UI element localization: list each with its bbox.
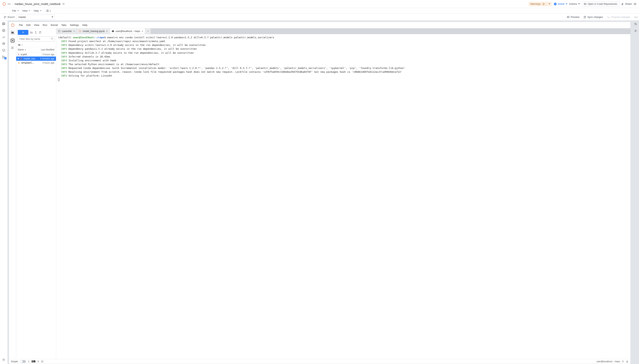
new-folder-icon[interactable] [30,31,33,34]
svg-point-19 [636,17,636,17]
tab[interactable]: model_training.ipynb× [77,28,110,34]
propose-icon [607,16,610,18]
tab[interactable]: user@localhost: ~/repo× [110,28,145,34]
chevron-down-icon [548,4,550,4]
simple-mode-label: Simple [11,360,18,363]
jmenu-view[interactable]: View [32,23,41,27]
jmenu-settings[interactable]: Settings [68,23,80,27]
jrail-toc-icon[interactable] [11,46,14,49]
jmenu-kernel[interactable]: Kernel [49,23,60,27]
jrail-running-icon[interactable] [11,39,14,42]
search-icon [51,37,53,40]
panel-count-indicator[interactable]: 1 [46,9,51,12]
file-modified-time: 3 hours ago [42,53,54,56]
rail-chart-icon[interactable] [2,36,5,39]
svg-point-31 [11,48,12,48]
status-right-zero: 0 [622,360,624,363]
warnings-button[interactable]: Warnings 1 [528,2,552,6]
svg-point-16 [608,16,608,17]
rail-package-icon[interactable] [2,29,5,32]
file-modified-time: 3 hours ago [42,62,54,64]
rail-table-icon[interactable] [2,22,5,25]
rail-cube-icon[interactable] [2,42,5,45]
col-modified-header[interactable]: Last Modified [40,47,56,52]
tab-bar: Launcher×model_training.ipynb×user@local… [56,28,630,34]
branch-value: master [18,16,26,18]
tab-close-icon[interactable]: × [142,30,143,32]
menu-view[interactable]: View [21,9,32,12]
svg-point-5 [623,3,624,4]
status-box-icon [41,360,44,363]
chevron-down-icon [566,4,567,4]
more-menu-icon[interactable] [634,2,637,6]
app-logo-icon [2,2,6,6]
warnings-label: Warnings [530,2,540,5]
col-name-header[interactable]: Name [16,47,40,52]
jupyter-logo-icon [11,23,15,27]
tab-close-icon[interactable]: × [106,30,108,32]
preview-button[interactable]: Preview [566,15,580,19]
svg-point-29 [12,26,13,27]
bell-icon[interactable] [626,360,628,363]
svg-point-11 [4,16,5,16]
refresh-icon[interactable] [39,31,42,34]
file-row[interactable]: model_trai...4 minutes ago [16,56,56,61]
svg-point-42 [42,361,42,362]
open-in-code-repositories-button[interactable]: Open in Code Repositories [582,1,620,6]
terminal-output[interactable]: (default) user@localhost:~/repo$ maestro… [56,34,630,359]
jmenu-help[interactable]: Help [81,23,89,27]
rrail-sliders-icon[interactable] [634,22,637,26]
jmenu-file[interactable]: File [17,23,24,27]
actions-button[interactable]: Actions [569,2,580,5]
jmenu-tabs[interactable]: Tabs [60,23,68,27]
upload-icon[interactable] [34,31,37,34]
svg-rect-35 [21,58,22,59]
main-area: File Edit View Run Kernel Tabs Settings … [0,20,639,364]
file-row[interactable]: templateC...3 hours ago [16,61,56,65]
panels-icon [46,10,49,12]
jmenu-run[interactable]: Run [41,23,49,27]
right-activity-rail [632,20,639,364]
breadcrumb-separator-icon: › [12,2,13,5]
svg-rect-9 [46,10,47,12]
file-list: Y:ci.yml3 hours agomodel_trai...4 minute… [16,52,56,359]
file-row[interactable]: Y:ci.yml3 hours ago [16,52,56,56]
star-icon[interactable] [62,2,65,5]
share-button[interactable]: Share [621,2,632,5]
chevron-down-icon [578,4,580,4]
rail-settings-icon[interactable] [2,358,5,361]
yaml-file-icon: Y: [18,54,20,56]
jmenu-edit[interactable]: Edit [25,23,32,27]
svg-rect-21 [2,23,5,25]
rail-monitor-icon[interactable] [2,49,5,52]
branch-more-icon[interactable] [634,17,638,18]
file-name: ci.yml [20,53,41,56]
status-terminal-chip-icon: $_ [32,360,35,362]
chevron-down-icon [40,10,42,11]
new-launcher-button[interactable]: + [18,30,28,35]
menu-file[interactable]: File [11,9,20,12]
rail-git-icon[interactable] [2,56,5,59]
simple-mode-toggle[interactable] [20,360,26,363]
top-header: ••• › median_house_price_model_notebook … [0,0,639,8]
svg-point-26 [3,359,4,360]
svg-point-43 [634,23,635,24]
branch-select[interactable]: master [17,15,55,20]
rrail-gear-icon[interactable] [634,29,637,32]
svg-point-1 [4,2,4,3]
tab-add-button[interactable]: + [145,28,150,34]
menu-help[interactable]: Help [32,9,43,12]
file-browser: + / Name Last Modifi [16,28,56,359]
code-repo-icon [584,3,586,5]
path-breadcrumb[interactable]: / [16,43,56,47]
svg-point-44 [636,24,636,25]
filter-files-input[interactable] [18,36,54,42]
breadcrumb-ellipsis[interactable]: ••• [8,2,11,5]
tab[interactable]: Launcher× [56,28,77,34]
folder-icon [18,44,20,46]
jrail-files-icon[interactable] [10,30,15,35]
sync-changes-button[interactable]: Sync changes [582,15,604,19]
document-title: median_house_price_model_notebook [15,2,60,6]
tab-close-icon[interactable]: × [73,30,75,32]
active-status-button[interactable]: Active [554,2,567,5]
